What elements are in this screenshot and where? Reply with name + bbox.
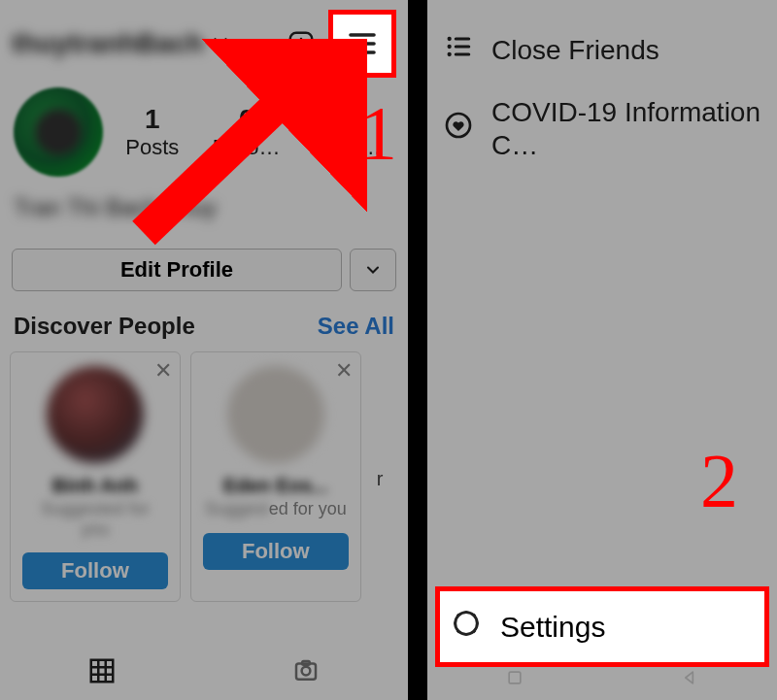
profile-tabs [0, 646, 408, 700]
posts-label: Posts [125, 135, 179, 160]
menu-drawer: Close Friends COVID-19 Information C… Se… [427, 0, 777, 700]
menu-item-covid-info[interactable]: COVID-19 Information C… [437, 83, 767, 175]
suggestion-avatar [47, 366, 144, 463]
suggestion-card[interactable]: ✕ Binh Anh Suggested foryou Follow [10, 351, 181, 602]
grid-tab-icon[interactable] [87, 656, 117, 689]
profile-screen: thuytranhBach 1 Posts 0 Follo… 0 Follo… [0, 0, 408, 700]
svg-rect-1 [91, 660, 114, 683]
suggestion-name: Binh Anh [52, 475, 138, 497]
profile-header: thuytranhBach [0, 0, 408, 83]
followers-label: Follo… [213, 135, 281, 160]
menu-item-label: Close Friends [491, 34, 659, 67]
follow-button[interactable]: Follow [203, 533, 349, 570]
nav-recent-icon[interactable] [505, 668, 524, 691]
see-all-link[interactable]: See All [318, 313, 394, 340]
settings-icon [450, 607, 483, 647]
username-label[interactable]: thuytranhBach [12, 28, 204, 59]
svg-point-6 [448, 45, 452, 49]
stats-row: 1 Posts 0 Follo… 0 Follo… [0, 83, 408, 177]
following-label: Follo… [314, 135, 382, 160]
nav-back-icon[interactable] [680, 668, 699, 691]
create-post-icon[interactable] [280, 22, 322, 65]
close-icon[interactable]: ✕ [335, 358, 353, 383]
posts-count: 1 [125, 104, 179, 135]
settings-button[interactable]: Settings [435, 586, 769, 667]
edit-profile-button[interactable]: Edit Profile [12, 249, 342, 291]
svg-point-7 [448, 52, 452, 56]
suggestion-subtext: Suggested for you [205, 499, 347, 519]
follow-button[interactable]: Follow [22, 552, 168, 589]
following-count: 0 [314, 104, 382, 135]
chevron-down-icon[interactable] [210, 31, 231, 56]
suggestion-name: Eden Eos... [223, 475, 328, 497]
stat-following[interactable]: 0 Follo… [314, 104, 382, 160]
followers-count: 0 [213, 104, 281, 135]
settings-label: Settings [500, 611, 605, 644]
svg-point-3 [302, 667, 311, 676]
menu-item-close-friends[interactable]: Close Friends [437, 17, 767, 83]
close-friends-icon [443, 31, 474, 69]
discover-toggle-button[interactable] [350, 249, 396, 291]
suggestion-avatar [227, 366, 324, 463]
tagged-tab-icon[interactable] [291, 656, 321, 689]
menu-item-label: COVID-19 Information C… [491, 96, 761, 161]
suggestion-subtext: Suggested foryou [41, 499, 150, 539]
close-icon[interactable]: ✕ [154, 358, 172, 383]
discover-people-title: Discover People [14, 313, 195, 340]
stat-followers[interactable]: 0 Follo… [213, 104, 281, 160]
display-name: Tran Thi Bach Thuy [14, 194, 408, 231]
svg-rect-10 [509, 672, 521, 683]
profile-avatar[interactable] [14, 87, 103, 177]
svg-point-5 [448, 37, 452, 41]
suggestion-cards: ✕ Binh Anh Suggested foryou Follow ✕ Ede… [0, 346, 408, 602]
suggestion-card-partial: r [371, 351, 398, 602]
stat-posts[interactable]: 1 Posts [125, 104, 179, 160]
heart-circle-icon [443, 110, 474, 148]
suggestion-card[interactable]: ✕ Eden Eos... Suggested for you Follow [190, 351, 361, 602]
hamburger-menu-button[interactable] [328, 10, 396, 78]
partial-text: r [377, 468, 384, 490]
